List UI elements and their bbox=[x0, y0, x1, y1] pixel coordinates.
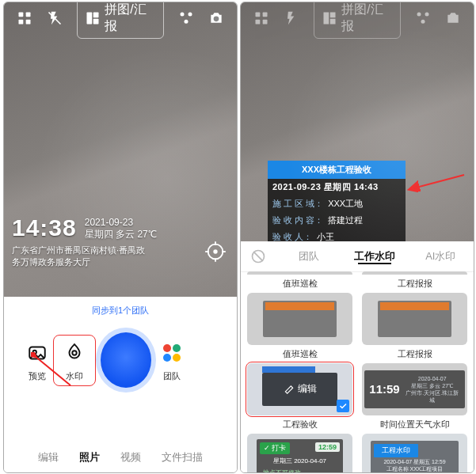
tab-photo[interactable]: 照片 bbox=[79, 450, 100, 465]
card-title: XXX楼栋工程验收 bbox=[268, 161, 406, 179]
svg-point-11 bbox=[214, 17, 219, 22]
svg-rect-26 bbox=[324, 13, 329, 25]
no-watermark-icon[interactable] bbox=[241, 248, 276, 264]
collage-label: 拼图/汇报 bbox=[341, 2, 391, 35]
svg-rect-7 bbox=[93, 19, 99, 25]
svg-point-13 bbox=[214, 250, 217, 253]
svg-point-10 bbox=[184, 20, 188, 24]
screenshot-right: 拼图/汇报 XXX楼栋工程验收 2021-09-23 星期四 14:43 施 工… bbox=[240, 2, 474, 473]
more-icon bbox=[410, 5, 436, 32]
edit-label: 编辑 bbox=[298, 382, 317, 396]
svg-line-34 bbox=[253, 252, 263, 261]
svg-rect-24 bbox=[256, 20, 261, 25]
focus-target-icon[interactable] bbox=[204, 240, 227, 264]
camera-viewfinder: 拼图/汇报 14:38 2021-09-23 星期四 多云 27℃ 广东省广州市… bbox=[4, 2, 237, 297]
team-label: 团队 bbox=[156, 370, 188, 382]
svg-rect-28 bbox=[330, 19, 336, 25]
grid-icon bbox=[249, 5, 274, 32]
svg-rect-2 bbox=[19, 20, 24, 25]
svg-point-30 bbox=[425, 13, 428, 17]
bottom-panel: 同步到1个团队 预览 水印 团队 编辑 照片 bbox=[4, 297, 237, 472]
svg-rect-1 bbox=[26, 13, 31, 17]
tab-ai-watermark[interactable]: AI水印 bbox=[408, 249, 474, 264]
mode-tabs: 编辑 照片 视频 文件扫描 bbox=[4, 450, 237, 465]
svg-line-21 bbox=[35, 356, 70, 385]
screenshot-left: 拼图/汇报 14:38 2021-09-23 星期四 多云 27℃ 广东省广州市… bbox=[3, 2, 238, 473]
svg-rect-27 bbox=[330, 13, 336, 18]
collage-icon bbox=[86, 11, 100, 25]
svg-point-12 bbox=[208, 245, 223, 260]
grid-icon[interactable] bbox=[12, 5, 37, 32]
svg-rect-25 bbox=[263, 20, 268, 25]
svg-rect-22 bbox=[256, 13, 261, 17]
flash-off-icon[interactable] bbox=[42, 5, 67, 32]
svg-point-31 bbox=[421, 20, 425, 24]
tab-scan[interactable]: 文件扫描 bbox=[162, 450, 203, 465]
top-toolbar: 拼图/汇报 bbox=[4, 2, 237, 34]
tab-work-watermark[interactable]: 工作水印 bbox=[341, 249, 407, 264]
svg-point-29 bbox=[417, 13, 421, 17]
template-inspection[interactable]: 值班巡检 bbox=[247, 293, 352, 360]
more-icon[interactable] bbox=[173, 5, 199, 32]
camera-viewfinder: 拼图/汇报 XXX楼栋工程验收 2021-09-23 星期四 14:43 施 工… bbox=[241, 2, 474, 241]
svg-line-32 bbox=[410, 175, 464, 189]
collage-report-button[interactable]: 拼图/汇报 bbox=[77, 2, 163, 39]
svg-point-8 bbox=[180, 13, 184, 17]
overlay-time: 14:38 bbox=[12, 214, 77, 241]
top-toolbar: 拼图/汇报 bbox=[241, 2, 474, 34]
overlay-location-1: 广东省广州市番禺区南村镇·番禺政 bbox=[12, 245, 157, 256]
camera-icon[interactable] bbox=[204, 5, 229, 32]
tab-video[interactable]: 视频 bbox=[120, 450, 141, 465]
template-report[interactable]: 工程报报 bbox=[362, 293, 467, 360]
tab-edit[interactable]: 编辑 bbox=[38, 450, 59, 465]
team-button[interactable]: 团队 bbox=[156, 339, 188, 382]
overlay-date: 2021-09-23 bbox=[85, 217, 157, 228]
check-icon bbox=[337, 400, 349, 412]
sync-status[interactable]: 同步到1个团队 bbox=[4, 305, 237, 317]
annotation-arrow bbox=[406, 172, 469, 199]
overlay-location-2: 务万博政务服务大厅 bbox=[12, 256, 157, 268]
camera-icon bbox=[440, 5, 466, 32]
collage-label: 拼图/汇报 bbox=[105, 2, 154, 35]
collage-icon bbox=[322, 11, 337, 25]
overlay-weather: 星期四 多云 27℃ bbox=[85, 228, 157, 241]
svg-rect-6 bbox=[93, 13, 99, 18]
template-attendance[interactable]: ✓ 打卡 12:59 星期三 2020-04-07 · 地点不可修改 考勤打卡 bbox=[247, 434, 352, 472]
flash-off-icon bbox=[279, 5, 304, 32]
watermark-overlay: 14:38 2021-09-23 星期四 多云 27℃ 广东省广州市番禺区南村镇… bbox=[12, 214, 157, 268]
svg-point-9 bbox=[188, 13, 192, 17]
category-tabs: 团队 工作水印 AI水印 bbox=[241, 241, 474, 272]
svg-rect-0 bbox=[19, 13, 24, 17]
template-acceptance-selected[interactable]: 编辑 工程验收 bbox=[247, 363, 352, 430]
svg-line-4 bbox=[49, 13, 61, 25]
template-construction[interactable]: 工程水印 2020-04-07 星期五 12:59工程名称 XXX工程项目 工程… bbox=[362, 434, 467, 472]
svg-rect-5 bbox=[87, 13, 93, 25]
svg-rect-3 bbox=[26, 20, 31, 25]
template-cell[interactable]: 工程报报 bbox=[362, 271, 467, 290]
shutter-button[interactable] bbox=[96, 328, 156, 392]
collage-report-button: 拼图/汇报 bbox=[314, 2, 400, 39]
watermark-picker: 团队 工作水印 AI水印 值班巡检 工程报报 值班巡检 工程报报 编辑 工程验收 bbox=[241, 241, 474, 472]
template-cell[interactable]: 值班巡检 bbox=[247, 271, 352, 290]
svg-rect-23 bbox=[263, 13, 268, 17]
card-date: 2021-09-23 星期四 14:43 bbox=[268, 179, 406, 195]
tab-team[interactable]: 团队 bbox=[276, 249, 341, 264]
template-time-weather[interactable]: 11:592020-04-07星期三 多云 27℃广州市.天河区.珠江新城 时间… bbox=[362, 363, 467, 430]
annotation-arrow bbox=[31, 352, 78, 395]
